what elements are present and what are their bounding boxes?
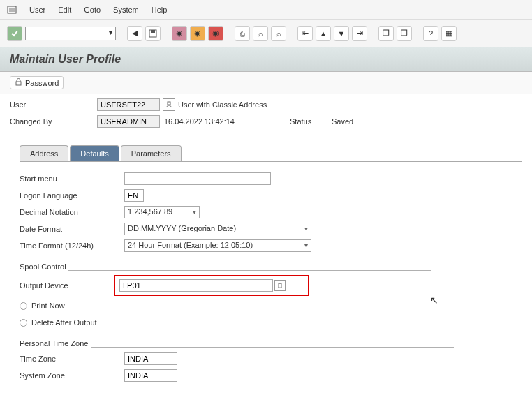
- tz-group-label: Personal Time Zone: [20, 339, 512, 348]
- menu-bar: User Edit Goto System Help: [0, 0, 532, 20]
- decimal-label: Decimal Notation: [20, 208, 124, 216]
- tab-strip: Address Defaults Parameters: [20, 140, 522, 162]
- user-field: [97, 98, 160, 111]
- sub-toolbar: Password: [0, 72, 532, 94]
- delete-after-radio[interactable]: [20, 319, 27, 327]
- command-field[interactable]: [25, 27, 116, 40]
- exit-icon[interactable]: ◉: [190, 26, 205, 41]
- back-btn-icon[interactable]: ◉: [172, 26, 187, 41]
- password-button[interactable]: Password: [10, 76, 64, 89]
- page-title: Maintain User Profile: [0, 47, 532, 72]
- changed-by-label: Changed By: [10, 117, 97, 126]
- toolbar: ◀ ◉ ◉ ◉ ⎙ ⌕ ⌕ ⇤ ▲ ▼ ⇥ ❐ ❒ ? ▦: [0, 20, 532, 47]
- header-form: User User with Classic Address Changed B…: [0, 94, 532, 140]
- tab-defaults[interactable]: Defaults: [70, 145, 119, 161]
- prev-page-icon[interactable]: ▲: [316, 26, 331, 41]
- svg-rect-3: [16, 82, 21, 85]
- logon-lang-label: Logon Language: [20, 191, 124, 200]
- tab-content-defaults: Start menu Logon Language Decimal Notati…: [0, 162, 532, 395]
- spool-group-label: Spool Control: [20, 262, 512, 271]
- menu-edit[interactable]: Edit: [58, 6, 71, 14]
- tab-parameters[interactable]: Parameters: [121, 145, 182, 161]
- start-menu-label: Start menu: [20, 174, 124, 183]
- new-session-icon[interactable]: ❐: [378, 26, 394, 41]
- menu-system[interactable]: System: [113, 6, 139, 14]
- timezone-field[interactable]: [124, 352, 177, 365]
- changed-by-field: [97, 115, 160, 128]
- shortcut-icon[interactable]: ❒: [397, 26, 412, 41]
- svg-rect-2: [151, 30, 155, 33]
- start-menu-field[interactable]: [124, 172, 271, 185]
- password-label: Password: [25, 79, 59, 87]
- print-now-radio[interactable]: [20, 302, 27, 310]
- user-label: User: [10, 101, 97, 109]
- logon-lang-field[interactable]: [124, 189, 144, 202]
- menu-help[interactable]: Help: [152, 6, 168, 14]
- layout-menu-icon[interactable]: ▦: [441, 26, 457, 41]
- save-icon[interactable]: [145, 26, 161, 41]
- first-page-icon[interactable]: ⇤: [297, 26, 313, 41]
- menu-goto[interactable]: Goto: [84, 6, 101, 14]
- search-help-icon[interactable]: □: [274, 280, 286, 291]
- help-icon[interactable]: ?: [423, 26, 438, 41]
- output-device-field[interactable]: [119, 279, 273, 292]
- system-zone-label: System Zone: [20, 371, 124, 380]
- output-device-highlight: □: [114, 275, 309, 296]
- date-format-dropdown[interactable]: DD.MM.YYYY (Gregorian Date): [124, 223, 311, 235]
- find-next-icon[interactable]: ⌕: [271, 26, 286, 41]
- status-value: Saved: [332, 117, 353, 126]
- header-divider: [270, 105, 385, 105]
- time-format-dropdown[interactable]: 24 Hour Format (Example: 12:05:10): [124, 239, 311, 252]
- menu-user[interactable]: User: [29, 6, 45, 14]
- changed-ts: 16.04.2022 13:42:14: [164, 117, 262, 126]
- back-icon[interactable]: ◀: [127, 26, 142, 41]
- date-format-label: Date Format: [20, 225, 124, 233]
- cancel-icon[interactable]: ◉: [208, 26, 223, 41]
- user-info-icon[interactable]: [163, 98, 175, 111]
- next-page-icon[interactable]: ▼: [334, 26, 349, 41]
- app-icon: [7, 5, 17, 15]
- status-label: Status: [290, 117, 332, 126]
- timezone-label: Time Zone: [20, 355, 124, 363]
- last-page-icon[interactable]: ⇥: [352, 26, 367, 41]
- print-icon[interactable]: ⎙: [235, 26, 250, 41]
- find-icon[interactable]: ⌕: [253, 26, 268, 41]
- system-zone-field: [124, 369, 177, 382]
- decimal-dropdown[interactable]: 1,234,567.89: [124, 206, 200, 218]
- delete-after-label: Delete After Output: [31, 318, 97, 327]
- lock-icon: [15, 78, 22, 87]
- svg-rect-4: [168, 102, 170, 105]
- user-desc: User with Classic Address: [178, 101, 267, 109]
- time-format-label: Time Format (12/24h): [20, 241, 124, 250]
- enter-icon[interactable]: [7, 26, 22, 41]
- tab-address[interactable]: Address: [20, 145, 68, 161]
- print-now-label: Print Now: [31, 302, 65, 310]
- output-device-label: Output Device: [20, 281, 114, 290]
